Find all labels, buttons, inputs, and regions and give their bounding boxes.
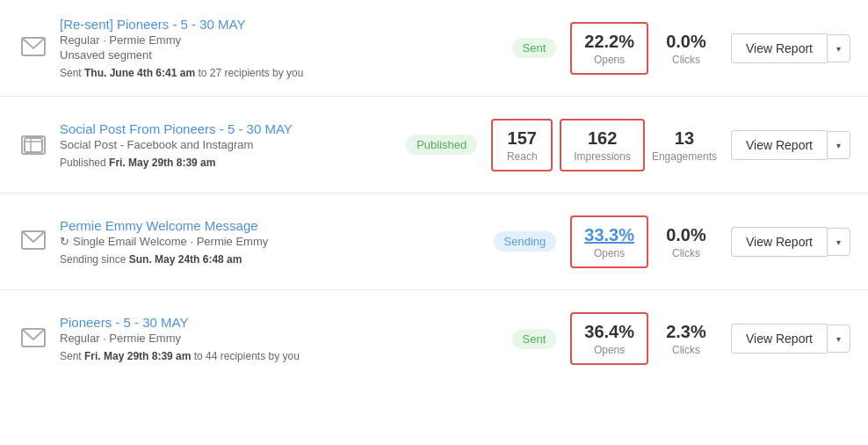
stat-box: 22.2%Opens	[570, 22, 648, 75]
stat-value: 36.4%	[584, 321, 634, 342]
status-badge: Sent	[512, 38, 557, 58]
stat-label: Engagements	[652, 150, 717, 163]
actions-area: View Report▾	[731, 33, 850, 63]
campaign-row: Permie Emmy Welcome Message↻Single Email…	[0, 193, 868, 290]
actions-area: View Report▾	[731, 130, 850, 160]
campaign-icon-area	[18, 135, 49, 155]
campaign-subtitle: ↻Single Email Welcome · Permie Emmy	[60, 235, 483, 248]
campaign-title[interactable]: Pioneers - 5 - 30 MAY	[60, 315, 502, 330]
stat-label: Clicks	[655, 247, 717, 259]
status-badge: Published	[406, 135, 477, 155]
campaign-info: Permie Emmy Welcome Message↻Single Email…	[60, 218, 483, 266]
campaign-meta: Sending since Sun. May 24th 6:48 am	[60, 253, 483, 266]
stat-box: 2.3%Clicks	[655, 321, 717, 356]
status-badge: Sending	[494, 231, 557, 252]
view-report-dropdown-button[interactable]: ▾	[827, 325, 850, 353]
campaign-title[interactable]: Permie Emmy Welcome Message	[60, 218, 483, 233]
stat-label: Clicks	[655, 54, 717, 66]
chevron-down-icon: ▾	[836, 334, 841, 344]
campaign-row: Social Post From Pioneers - 5 - 30 MAYSo…	[0, 97, 868, 193]
email-icon	[21, 37, 46, 59]
campaign-subtitle: Regular · Permie Emmy	[60, 33, 502, 47]
actions-area: View Report▾	[731, 227, 850, 257]
campaign-title[interactable]: Social Post From Pioneers - 5 - 30 MAY	[60, 121, 395, 136]
stat-value: 157	[505, 128, 539, 149]
stat-label: Reach	[505, 150, 539, 163]
view-report-dropdown-button[interactable]: ▾	[827, 131, 850, 159]
stats-area: 36.4%Opens2.3%Clicks	[570, 312, 717, 365]
stat-value[interactable]: 33.3%	[584, 224, 634, 245]
view-report-button[interactable]: View Report	[731, 130, 827, 160]
campaign-meta: Sent Thu. June 4th 6:41 am to 27 recipie…	[60, 67, 502, 79]
stat-box: 0.0%Clicks	[655, 224, 717, 259]
status-badge: Sent	[512, 329, 557, 349]
chevron-down-icon: ▾	[836, 141, 841, 150]
stat-box: 36.4%Opens	[570, 312, 648, 365]
campaign-icon-area	[18, 328, 49, 350]
campaign-segment: Unsaved segment	[60, 48, 502, 62]
stat-label: Opens	[584, 344, 634, 356]
campaign-icon-area	[18, 37, 49, 59]
view-report-button[interactable]: View Report	[731, 33, 827, 63]
stat-value: 13	[652, 128, 717, 149]
sync-icon: ↻	[60, 235, 69, 248]
campaign-subtitle: Social Post - Facebook and Instagram	[60, 138, 395, 151]
stat-value: 0.0%	[655, 224, 717, 245]
view-report-button[interactable]: View Report	[731, 324, 827, 354]
stat-value: 22.2%	[584, 31, 634, 52]
view-report-button[interactable]: View Report	[731, 227, 827, 257]
stat-label: Impressions	[574, 150, 631, 163]
stat-box: 157Reach	[491, 119, 553, 171]
campaign-icon-area	[18, 230, 49, 252]
campaign-list: [Re-sent] Pioneers - 5 - 30 MAYRegular ·…	[0, 0, 868, 387]
stat-box: 0.0%Clicks	[655, 31, 717, 66]
chevron-down-icon: ▾	[836, 237, 841, 247]
stat-label: Opens	[584, 247, 634, 259]
stats-area: 22.2%Opens0.0%Clicks	[570, 22, 717, 75]
campaign-info: Social Post From Pioneers - 5 - 30 MAYSo…	[60, 121, 395, 169]
stat-box: 33.3%Opens	[570, 215, 648, 268]
campaign-row: Pioneers - 5 - 30 MAYRegular · Permie Em…	[0, 290, 868, 387]
view-report-dropdown-button[interactable]: ▾	[827, 228, 850, 256]
campaign-info: Pioneers - 5 - 30 MAYRegular · Permie Em…	[60, 315, 502, 362]
stat-label: Opens	[584, 54, 634, 66]
view-report-dropdown-button[interactable]: ▾	[827, 34, 850, 62]
campaign-meta: Published Fri. May 29th 8:39 am	[60, 157, 395, 169]
chevron-down-icon: ▾	[836, 44, 841, 54]
email-icon	[21, 230, 46, 252]
campaign-subtitle: Regular · Permie Emmy	[60, 332, 502, 345]
stat-box: 162Impressions	[560, 119, 645, 171]
stats-area: 33.3%Opens0.0%Clicks	[570, 215, 717, 268]
campaign-info: [Re-sent] Pioneers - 5 - 30 MAYRegular ·…	[60, 17, 502, 79]
actions-area: View Report▾	[731, 324, 850, 354]
email-icon	[21, 328, 46, 350]
stats-area: 157Reach162Impressions13Engagements	[491, 119, 717, 171]
stat-box: 13Engagements	[652, 128, 717, 163]
svg-rect-1	[25, 138, 42, 152]
campaign-title[interactable]: [Re-sent] Pioneers - 5 - 30 MAY	[60, 17, 502, 32]
stat-value: 0.0%	[655, 31, 717, 52]
campaign-row: [Re-sent] Pioneers - 5 - 30 MAYRegular ·…	[0, 0, 868, 97]
stat-value: 162	[574, 128, 631, 149]
campaign-meta: Sent Fri. May 29th 8:39 am to 44 recipie…	[60, 350, 502, 362]
stat-label: Clicks	[655, 344, 717, 356]
stat-value: 2.3%	[655, 321, 717, 342]
social-icon	[21, 135, 46, 155]
